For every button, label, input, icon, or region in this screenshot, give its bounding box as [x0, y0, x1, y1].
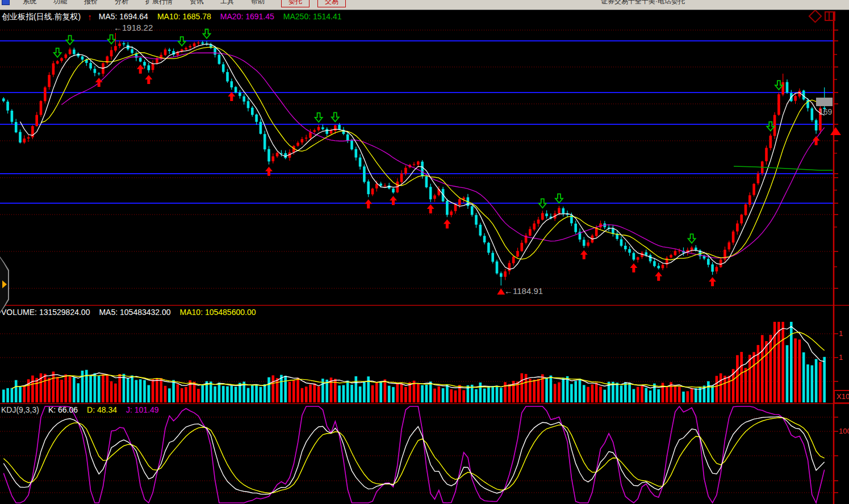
high-price-annotation: ←1918.22 — [114, 23, 153, 32]
instrument-title: 创业板指(日线.前复权) — [2, 12, 81, 22]
candles — [2, 33, 826, 285]
ma250-value: MA250: 1514.41 — [283, 12, 342, 22]
menu-item-news[interactable]: 资讯 — [181, 0, 212, 6]
volume-pane-header: VOLUME: 131529824.00 MA5: 105483432.00 M… — [1, 308, 256, 317]
menu-item-quotes[interactable]: 报价 — [76, 0, 106, 6]
volume-axis-label-1: 1 — [839, 329, 843, 338]
expand-arrow-icon — [2, 280, 7, 288]
app-icon — [2, 0, 10, 5]
volume-axis-label-2: 1 — [839, 353, 843, 362]
menu-item-analysis[interactable]: 分析 — [106, 0, 137, 6]
split-window-icon[interactable] — [825, 11, 835, 21]
menu-row: 系统 功能 报价 分析 扩展行情 资讯 工具 帮助 委托 交易 证券交易十全十美… — [0, 0, 849, 8]
main-pane-header: 创业板指(日线.前复权) ↑ MA5: 1694.64 MA10: 1685.7… — [2, 12, 342, 22]
kdj-pane-header: KDJ(9,3,3) K: 66.06 D: 48.34 J: 101.49 — [1, 405, 159, 414]
low-price-annotation: ←1184.91 — [504, 286, 543, 296]
volume-unit-label: X10 — [834, 390, 849, 404]
kdj-d-value: D: 48.34 — [87, 405, 117, 414]
volume-value: VOLUME: 131529824.00 — [1, 308, 90, 317]
menu-item-function[interactable]: 功能 — [45, 0, 76, 6]
kdj-axis-label: 100 — [839, 427, 849, 435]
volume-ma10-value: MA10: 105485600.00 — [180, 308, 256, 317]
last-price-marker — [816, 98, 833, 106]
diamond-icon[interactable] — [808, 9, 822, 23]
corner-icons — [810, 11, 835, 21]
menu-item-trade[interactable]: 交易 — [317, 0, 346, 7]
chart-canvas[interactable] — [0, 10, 849, 504]
menu-item-help[interactable]: 帮助 — [242, 0, 273, 6]
ma5-value: MA5: 1694.64 — [99, 12, 148, 22]
ma20-value: MA20: 1691.45 — [220, 12, 274, 22]
menu-item-tools[interactable]: 工具 — [212, 0, 242, 6]
trend-up-icon: ↑ — [87, 12, 92, 22]
menu-bar: 系统 功能 报价 分析 扩展行情 资讯 工具 帮助 委托 交易 证券交易十全十美… — [0, 0, 849, 10]
ma10-value: MA10: 1685.78 — [157, 12, 211, 22]
volume-ma5-value: MA5: 105483432.00 — [99, 308, 170, 317]
menubar-right-text: 证券交易十全十美·电话委托 — [601, 0, 685, 6]
kdj-k-value: K: 66.06 — [48, 405, 78, 414]
kdj-label: KDJ(9,3,3) — [1, 405, 39, 414]
menu-item-extended[interactable]: 扩展行情 — [137, 0, 181, 6]
price-scale-label: 169 — [819, 107, 832, 116]
kdj-j-value: J: 101.49 — [126, 405, 159, 414]
menu-item-order[interactable]: 委托 — [281, 0, 310, 7]
menu-item-system[interactable]: 系统 — [14, 0, 45, 6]
